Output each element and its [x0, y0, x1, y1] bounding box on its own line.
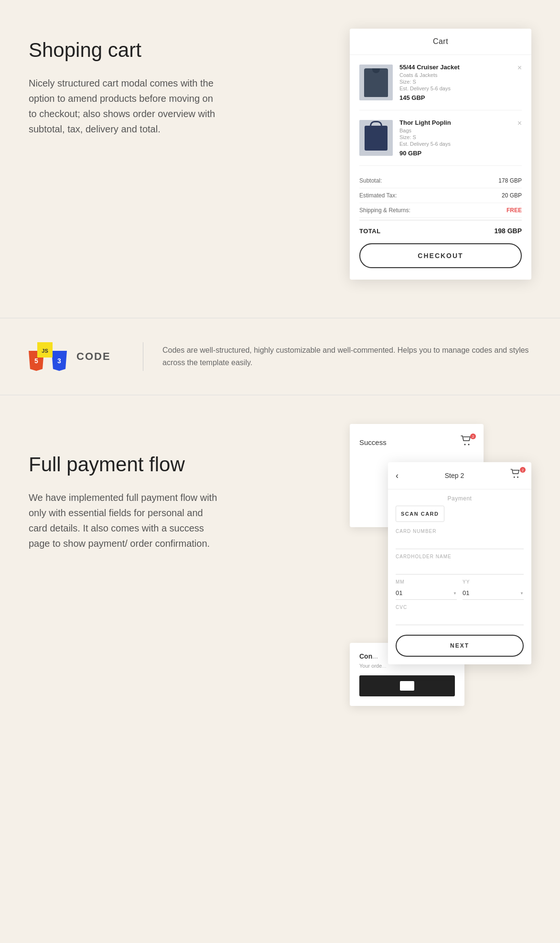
- cardholder-input[interactable]: [396, 561, 524, 574]
- grand-total-value: 198 GBP: [494, 227, 522, 235]
- svg-text:5: 5: [34, 357, 38, 365]
- code-description-text: Codes are well-structured, highly custom…: [162, 344, 531, 369]
- code-section: 5 JS 3 CODE Codes are well-structured, h…: [0, 318, 560, 395]
- payment-description: We have implemented full payment flow wi…: [29, 490, 220, 551]
- css3-icon: 3: [52, 351, 67, 371]
- svg-rect-13: [400, 681, 414, 691]
- code-description: Codes are well-structured, highly custom…: [143, 344, 531, 369]
- payment-modal-container: Success 2 0 ●: [350, 424, 531, 720]
- item-details-2: Thor Light Poplin Bags Size: S Est. Deli…: [399, 119, 522, 157]
- top-section: Shoping cart Nicely structured cart moda…: [0, 0, 560, 318]
- mm-select[interactable]: 01 02 03 04 05 06 07 08 09 10 11: [396, 586, 457, 600]
- cart-totals: Subtotal: 178 GBP Estimated Tax: 20 GBP …: [350, 166, 531, 243]
- step2-screen: ‹ Step 2 2 Payment SCAN CARD CARD NUMBER: [388, 462, 531, 664]
- cvc-input[interactable]: [396, 612, 524, 625]
- item-details-1: 55/44 Cruiser Jacket Coats & Jackets Siz…: [399, 64, 522, 101]
- shipping-row: Shipping & Returns: FREE: [359, 203, 522, 218]
- cart-item-2: Thor Light Poplin Bags Size: S Est. Deli…: [359, 110, 522, 166]
- shipping-value: FREE: [506, 207, 522, 214]
- subtotal-label: Subtotal:: [359, 177, 382, 184]
- yy-select[interactable]: 01 02: [463, 586, 524, 600]
- item-delivery-1: Est. Delivery 5-6 days: [399, 86, 522, 91]
- checkout-section: CHECKOUT: [350, 243, 531, 280]
- svg-text:JS: JS: [42, 348, 48, 354]
- payment-left: Full payment flow We have implemented fu…: [29, 424, 331, 551]
- next-button[interactable]: NEXT: [396, 635, 524, 657]
- tech-logos: 5 JS 3: [29, 342, 67, 371]
- remove-item-2-button[interactable]: ×: [517, 119, 522, 128]
- payment-label: Payment: [396, 489, 524, 506]
- cardholder-label: CARDHOLDER NAME: [396, 554, 524, 559]
- step2-body: Payment SCAN CARD CARD NUMBER CARDHOLDER…: [388, 489, 531, 664]
- mm-field: MM 01 02 03 04 05 06 07 08 0: [396, 579, 457, 600]
- step2-cart-badge: 2: [510, 469, 524, 482]
- item-price-1: 145 GBP: [399, 94, 522, 101]
- step-label: Step 2: [445, 472, 464, 479]
- remove-item-1-button[interactable]: ×: [517, 64, 522, 72]
- item-delivery-2: Est. Delivery 5-6 days: [399, 141, 522, 147]
- checkout-button[interactable]: CHECKOUT: [359, 243, 522, 268]
- grand-total-label: TOTAL: [359, 228, 381, 235]
- section-description: Nicely structured cart modal comes with …: [29, 76, 220, 137]
- cart-icon-badge: 2: [461, 435, 474, 449]
- item-price-2: 90 GBP: [399, 150, 522, 157]
- back-button[interactable]: ‹: [396, 471, 398, 481]
- expiry-row: MM 01 02 03 04 05 06 07 08 0: [396, 579, 524, 600]
- yy-field: YY 01 02: [463, 579, 524, 600]
- item-image-1: [359, 65, 393, 100]
- card-number-label: CARD NUMBER: [396, 529, 524, 534]
- confirm-button[interactable]: [359, 675, 455, 696]
- cardholder-field: CARDHOLDER NAME: [396, 554, 524, 574]
- cart-header: Cart: [350, 29, 531, 55]
- item-category-1: Coats & Jackets: [399, 72, 522, 78]
- cart-modal: Cart 55/44 Cruiser Jacket Coats & Jacket…: [350, 29, 531, 280]
- subtotal-row: Subtotal: 178 GBP: [359, 173, 522, 188]
- grand-total-row: TOTAL 198 GBP: [359, 220, 522, 243]
- svg-point-6: [464, 444, 466, 445]
- shipping-label: Shipping & Returns:: [359, 207, 410, 214]
- success-header: Success 2: [359, 435, 474, 449]
- svg-text:3: 3: [57, 357, 61, 365]
- step2-cart-icon: [510, 469, 521, 478]
- yy-select-wrapper: 01 02: [463, 586, 524, 600]
- mm-label: MM: [396, 579, 457, 585]
- cvc-label: CVC: [396, 605, 524, 610]
- tax-label: Estimated Tax:: [359, 192, 397, 199]
- item-size-2: Size: S: [399, 134, 522, 140]
- yy-label: YY: [463, 579, 524, 585]
- tax-value: 20 GBP: [502, 192, 522, 199]
- bottom-section: Full payment flow We have implemented fu…: [0, 395, 560, 749]
- scan-card-button[interactable]: SCAN CARD: [396, 506, 444, 522]
- cart-items: 55/44 Cruiser Jacket Coats & Jackets Siz…: [350, 55, 531, 166]
- jacket-icon: [364, 68, 388, 97]
- item-image-2: [359, 120, 393, 156]
- item-size-1: Size: S: [399, 79, 522, 85]
- page-title: Shoping cart: [29, 38, 331, 62]
- svg-point-15: [517, 477, 518, 478]
- tax-row: Estimated Tax: 20 GBP: [359, 188, 522, 203]
- card-number-field: CARD NUMBER: [396, 529, 524, 549]
- code-label: CODE: [76, 350, 111, 363]
- item-name-2: Thor Light Poplin: [399, 119, 522, 126]
- bag-icon: [365, 126, 388, 151]
- svg-point-7: [468, 444, 470, 445]
- svg-point-14: [514, 477, 515, 478]
- step2-badge: 2: [520, 467, 526, 473]
- code-left: 5 JS 3 CODE: [29, 342, 143, 371]
- item-name-1: 55/44 Cruiser Jacket: [399, 64, 522, 71]
- left-content: Shoping cart Nicely structured cart moda…: [29, 29, 331, 137]
- item-category-2: Bags: [399, 128, 522, 133]
- step2-header: ‹ Step 2 2: [388, 462, 531, 489]
- payment-title: Full payment flow: [29, 453, 331, 477]
- success-title: Success: [359, 438, 387, 446]
- cvc-field: CVC: [396, 605, 524, 625]
- card-number-input[interactable]: [396, 536, 524, 549]
- cart-badge: 2: [470, 434, 476, 439]
- subtotal-value: 178 GBP: [498, 177, 522, 184]
- cart-item-1: 55/44 Cruiser Jacket Coats & Jackets Siz…: [359, 55, 522, 110]
- js-icon: JS: [37, 342, 53, 358]
- mm-select-wrapper: 01 02 03 04 05 06 07 08 09 10 11: [396, 586, 457, 600]
